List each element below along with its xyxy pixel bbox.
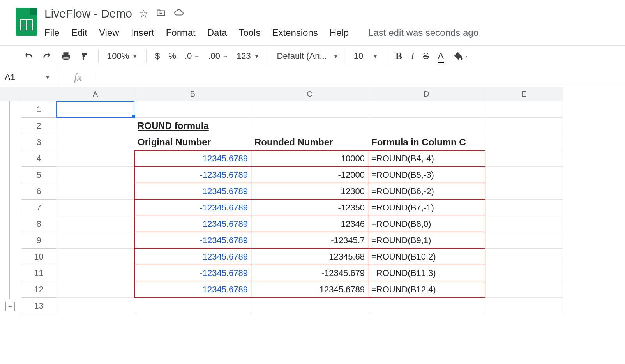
cell-A11[interactable] [56,265,134,281]
cell-C10[interactable]: 12345.68 [251,249,368,265]
cell-B7[interactable]: -12345.6789 [134,200,251,216]
cell-A9[interactable] [56,232,134,249]
cell-B11[interactable]: -12345.6789 [134,265,251,281]
row-header-1[interactable]: 1 [21,101,56,118]
cell-A1[interactable] [56,101,134,118]
cell-B12[interactable]: 12345.6789 [134,281,251,298]
format-currency-button[interactable]: $ [155,51,160,61]
col-header-A[interactable]: A [56,87,134,101]
cell-A4[interactable] [56,150,134,167]
document-title[interactable]: LiveFlow - Demo [44,7,132,20]
format-percent-button[interactable]: % [168,51,176,61]
menu-edit[interactable]: Edit [71,27,87,38]
cell-B9[interactable]: -12345.6789 [134,232,251,249]
paint-format-button[interactable] [79,51,90,61]
cell-E7[interactable] [485,200,563,216]
cell-E13[interactable] [485,298,563,314]
select-all-corner[interactable] [0,87,21,101]
cell-D12[interactable]: =ROUND(B12,4) [368,281,485,298]
cell-C9[interactable]: -12345.7 [251,232,368,249]
col-header-E[interactable]: E [485,87,563,101]
name-box[interactable]: A1▼ [0,67,58,87]
text-color-button[interactable]: A [438,51,444,62]
cell-C13[interactable] [251,298,368,314]
menu-tools[interactable]: Tools [238,27,260,38]
col-header-B[interactable]: B [134,87,251,101]
increase-decimal-button[interactable]: .00→ [208,51,228,61]
cell-D6[interactable]: =ROUND(B6,-2) [368,183,485,200]
row-header-3[interactable]: 3 [21,134,56,150]
collapse-group-button[interactable]: − [5,302,15,311]
row-header-12[interactable]: 12 [21,281,56,298]
row-header-7[interactable]: 7 [21,200,56,216]
cell-B3[interactable]: Original Number [134,134,251,150]
cell-E6[interactable] [485,183,563,200]
cell-D4[interactable]: =ROUND(B4,-4) [368,150,485,167]
font-dropdown[interactable]: Default (Ari...▼ [277,51,338,61]
cell-A12[interactable] [56,281,134,298]
undo-button[interactable] [23,51,34,61]
menu-file[interactable]: File [44,27,60,38]
cell-A2[interactable] [56,118,134,134]
cell-B5[interactable]: -12345.6789 [134,167,251,183]
cell-B10[interactable]: 12345.6789 [134,249,251,265]
cell-B13[interactable] [134,298,251,314]
cell-B6[interactable]: 12345.6789 [134,183,251,200]
zoom-dropdown[interactable]: 100%▼ [107,51,138,61]
cell-B4[interactable]: 12345.6789 [134,150,251,167]
last-edit-link[interactable]: Last edit was seconds ago [368,27,478,38]
cell-A13[interactable] [56,298,134,314]
italic-button[interactable]: I [411,50,414,62]
cell-C2[interactable] [251,118,368,134]
cell-C1[interactable] [251,101,368,118]
cell-D2[interactable] [368,118,485,134]
cell-D1[interactable] [368,101,485,118]
row-header-11[interactable]: 11 [21,265,56,281]
menu-insert[interactable]: Insert [131,27,154,38]
cell-E4[interactable] [485,150,563,167]
cell-D8[interactable]: =ROUND(B8,0) [368,216,485,232]
strikethrough-button[interactable]: S [423,51,429,62]
cell-A10[interactable] [56,249,134,265]
cell-B1[interactable] [134,101,251,118]
cell-A8[interactable] [56,216,134,232]
row-header-10[interactable]: 10 [21,249,56,265]
sheets-logo-icon[interactable] [16,8,37,36]
cell-C12[interactable]: 12345.6789 [251,281,368,298]
row-header-4[interactable]: 4 [21,150,56,167]
row-header-13[interactable]: 13 [21,298,56,314]
cell-B2[interactable]: ROUND formula [134,118,251,134]
cell-A3[interactable] [56,134,134,150]
cell-E1[interactable] [485,101,563,118]
cell-E9[interactable] [485,232,563,249]
formula-input[interactable] [94,67,625,87]
font-size-dropdown[interactable]: 10▼ [354,51,378,61]
cell-B8[interactable]: 12345.6789 [134,216,251,232]
row-header-6[interactable]: 6 [21,183,56,200]
cell-E8[interactable] [485,216,563,232]
row-header-5[interactable]: 5 [21,167,56,183]
cloud-status-icon[interactable] [174,7,184,20]
cell-D11[interactable]: =ROUND(B11,3) [368,265,485,281]
cell-A7[interactable] [56,200,134,216]
cell-E10[interactable] [485,249,563,265]
cell-C5[interactable]: -12000 [251,167,368,183]
cells-area[interactable]: ROUND formula Original Number Rounded Nu… [56,101,563,314]
cell-A6[interactable] [56,183,134,200]
row-header-9[interactable]: 9 [21,232,56,249]
menu-data[interactable]: Data [207,27,227,38]
fill-color-button[interactable]: ▸ [452,51,468,62]
number-format-dropdown[interactable]: 123▼ [237,51,260,61]
cell-D13[interactable] [368,298,485,314]
row-header-8[interactable]: 8 [21,216,56,232]
cell-D5[interactable]: =ROUND(B5,-3) [368,167,485,183]
cell-E12[interactable] [485,281,563,298]
cell-C6[interactable]: 12300 [251,183,368,200]
menu-format[interactable]: Format [166,27,196,38]
menu-help[interactable]: Help [330,27,349,38]
star-icon[interactable]: ☆ [139,8,148,20]
row-header-2[interactable]: 2 [21,118,56,134]
cell-D10[interactable]: =ROUND(B10,2) [368,249,485,265]
menu-extensions[interactable]: Extensions [272,27,318,38]
col-header-C[interactable]: C [251,87,368,101]
